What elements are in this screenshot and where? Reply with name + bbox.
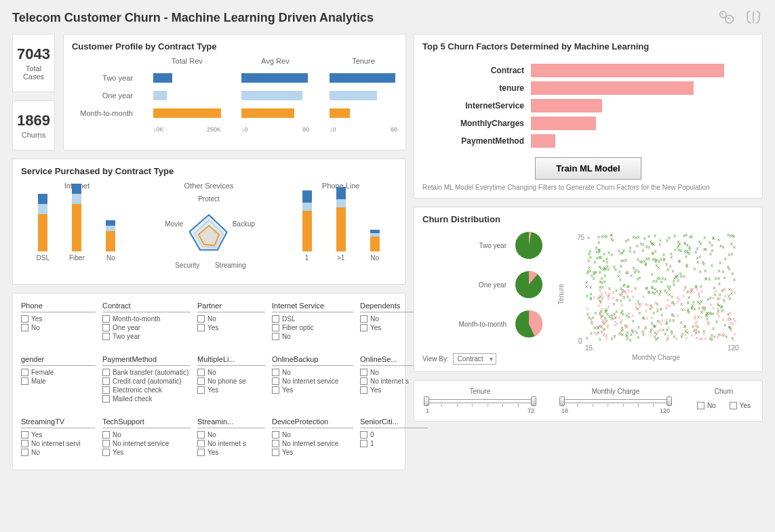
svg-text:x: x xyxy=(635,267,637,273)
filter-option[interactable]: No xyxy=(21,324,96,331)
svg-text:x: x xyxy=(655,262,658,268)
filter-option[interactable]: Yes xyxy=(21,315,96,323)
svg-text:x: x xyxy=(637,334,639,340)
svg-text:x: x xyxy=(698,291,700,298)
factor-row: PaymentMethod xyxy=(422,134,754,148)
filter-contract: ContractMonth-to-monthOne yearTwo year xyxy=(102,300,191,342)
filter-option[interactable]: DSL xyxy=(272,315,353,323)
slider-monthly[interactable]: Monthly Charge 18120 xyxy=(561,388,670,414)
svg-text:Security: Security xyxy=(175,262,199,269)
svg-text:x: x xyxy=(637,324,640,330)
filter-option[interactable]: No xyxy=(197,431,265,438)
slider-tenure[interactable]: Tenure 172 xyxy=(426,388,534,414)
svg-text:x: x xyxy=(657,328,660,334)
filter-option[interactable]: Male xyxy=(21,377,96,385)
filter-streamin: Streamin...NoNo internet sYes xyxy=(197,416,265,457)
brain-icon[interactable] xyxy=(744,8,763,27)
filter-option[interactable]: Yes xyxy=(21,431,96,438)
svg-text:x: x xyxy=(682,293,685,299)
svg-text:x: x xyxy=(661,275,664,281)
filter-option[interactable]: Electronic check xyxy=(102,386,191,394)
filter-option[interactable]: Yes xyxy=(102,449,191,456)
svg-text:x: x xyxy=(632,293,635,300)
svg-point-2 xyxy=(721,13,723,14)
filter-option[interactable]: Female xyxy=(21,369,96,376)
svg-text:x: x xyxy=(665,316,668,323)
filter-option[interactable]: Two year xyxy=(102,333,191,340)
filter-option[interactable]: Yes xyxy=(272,449,353,456)
svg-text:x: x xyxy=(717,300,719,306)
svg-text:x: x xyxy=(729,232,732,239)
svg-text:x: x xyxy=(586,335,589,341)
filter-option[interactable]: No xyxy=(197,315,265,323)
filter-title: PaymentMethod xyxy=(102,354,191,366)
filter-option[interactable]: Mailed check xyxy=(102,395,191,403)
svg-text:x: x xyxy=(620,317,623,323)
filter-title: Partner xyxy=(197,300,265,312)
svg-text:x: x xyxy=(722,316,725,323)
svg-text:x: x xyxy=(618,268,621,274)
svg-text:x: x xyxy=(727,264,730,270)
svg-text:x: x xyxy=(717,268,720,274)
svg-text:x: x xyxy=(706,310,709,316)
svg-text:x: x xyxy=(712,295,715,301)
filter-option[interactable]: No internet service xyxy=(272,377,353,385)
svg-text:x: x xyxy=(636,243,639,249)
svg-text:x: x xyxy=(683,240,686,246)
churn-filter-no[interactable]: No xyxy=(697,402,716,409)
filter-option[interactable]: Yes xyxy=(197,324,265,331)
viewby-select[interactable]: Contract xyxy=(453,353,496,365)
card-filters: PhoneYesNoContractMonth-to-monthOne year… xyxy=(12,293,405,470)
filter-option[interactable]: No internet s xyxy=(197,440,265,447)
svg-text:x: x xyxy=(599,336,601,342)
kpi-value: 7043 xyxy=(17,45,50,63)
filter-title: Internet Service xyxy=(272,300,353,312)
svg-text:x: x xyxy=(595,245,598,251)
filter-option[interactable]: No xyxy=(272,431,353,438)
svg-text:x: x xyxy=(589,295,592,302)
filter-paymentmethod: PaymentMethodBank transfer (automatic)Cr… xyxy=(102,354,191,404)
svg-text:x: x xyxy=(643,235,646,241)
svg-text:x: x xyxy=(654,248,657,254)
filter-option[interactable]: One year xyxy=(102,324,191,331)
filter-option[interactable]: Bank transfer (automatic) xyxy=(102,369,191,376)
train-model-button[interactable]: Train ML Model xyxy=(535,157,641,180)
filter-option[interactable]: No xyxy=(197,369,265,376)
filter-option[interactable]: Month-to-month xyxy=(102,315,191,323)
svg-text:x: x xyxy=(680,319,683,325)
churn-filter-yes[interactable]: Yes xyxy=(730,402,751,409)
svg-text:x: x xyxy=(691,306,694,312)
filter-option[interactable]: No internet servi xyxy=(21,440,96,447)
svg-text:x: x xyxy=(624,257,627,263)
svg-text:x: x xyxy=(597,302,600,308)
filter-option[interactable]: No xyxy=(272,369,353,376)
filter-option[interactable]: Credit card (automatic) xyxy=(102,377,191,385)
filter-option[interactable]: Fiber optic xyxy=(272,324,353,331)
svg-text:x: x xyxy=(695,335,698,341)
svg-text:x: x xyxy=(614,322,616,328)
filter-option[interactable]: No internet service xyxy=(102,440,191,447)
filter-onlinebackup: OnlineBackupNoNo internet serviceYes xyxy=(272,354,353,404)
filter-option[interactable]: Yes xyxy=(272,386,353,394)
svg-text:x: x xyxy=(626,335,629,342)
svg-text:x: x xyxy=(662,251,665,258)
filter-option[interactable]: No phone se xyxy=(197,377,265,385)
filter-option[interactable]: Yes xyxy=(197,449,265,456)
filter-option[interactable]: No xyxy=(102,431,191,438)
filter-option[interactable]: No internet service xyxy=(272,440,353,447)
settings-brain-icon[interactable] xyxy=(717,8,736,27)
svg-text:0: 0 xyxy=(578,337,582,345)
svg-text:x: x xyxy=(639,241,642,247)
slider-min: 18 xyxy=(561,407,568,414)
svg-text:x: x xyxy=(630,272,633,279)
svg-text:x: x xyxy=(730,327,733,333)
filter-option[interactable]: No xyxy=(272,333,353,340)
svg-text:x: x xyxy=(614,266,617,272)
svg-text:x: x xyxy=(656,306,659,312)
filter-option[interactable]: No xyxy=(21,449,96,456)
slider-min: 1 xyxy=(426,407,429,414)
filter-option[interactable]: Yes xyxy=(197,386,265,394)
svg-text:x: x xyxy=(645,315,648,321)
svg-text:x: x xyxy=(724,255,727,262)
filter-title: DeviceProtection xyxy=(272,416,353,428)
